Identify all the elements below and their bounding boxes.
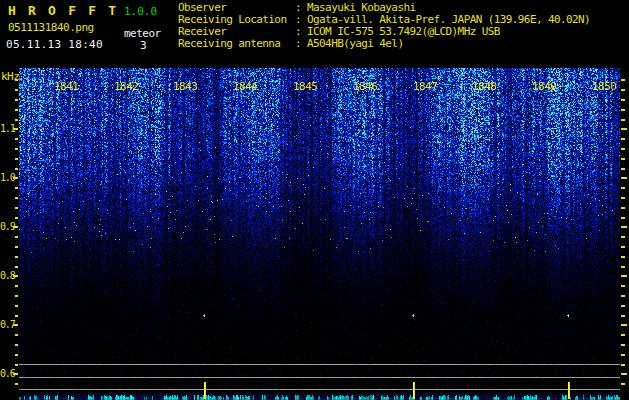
freq-axis-label: 1.1 bbox=[0, 123, 14, 134]
datetime-label: 05.11.13 18:40 bbox=[6, 38, 103, 51]
freq-tick-left bbox=[15, 187, 18, 189]
freq-tick-right bbox=[621, 354, 625, 356]
freq-tick-left bbox=[15, 119, 18, 121]
freq-tick-left bbox=[15, 295, 18, 297]
freq-tick-left bbox=[15, 364, 18, 366]
freq-tick-left bbox=[15, 207, 18, 209]
freq-tick-right bbox=[621, 109, 625, 111]
freq-tick-right bbox=[621, 275, 627, 277]
freq-tick-right bbox=[621, 187, 625, 189]
freq-tick-right bbox=[621, 128, 627, 130]
freq-tick-right bbox=[621, 285, 625, 287]
freq-tick-right bbox=[621, 99, 625, 101]
freq-tick-left bbox=[15, 344, 18, 346]
freq-tick-left bbox=[15, 168, 18, 170]
freq-tick-right bbox=[621, 256, 625, 258]
freq-axis-label: 0.8 bbox=[0, 270, 14, 281]
freq-tick-right bbox=[621, 158, 625, 160]
time-label: 1845 bbox=[293, 80, 318, 93]
freq-tick-right bbox=[621, 177, 627, 179]
app-title: H R O F F T bbox=[8, 3, 118, 18]
time-label: 1848 bbox=[472, 80, 497, 93]
freq-tick-right bbox=[621, 168, 625, 170]
freq-tick-left bbox=[15, 315, 18, 317]
freq-tick-left bbox=[15, 334, 18, 336]
freq-axis-label: 0.6 bbox=[0, 368, 14, 379]
meteor-count: 3 bbox=[140, 39, 147, 52]
freq-tick-left bbox=[15, 79, 18, 81]
freq-tick-right bbox=[621, 79, 625, 81]
freq-tick-right bbox=[621, 266, 625, 268]
spectrogram-canvas bbox=[19, 68, 620, 400]
freq-tick-left bbox=[15, 99, 18, 101]
freq-tick-left bbox=[15, 197, 18, 199]
freq-tick-right bbox=[621, 246, 625, 248]
station-info-block: Observer: Masayuki KobayashiReceiving Lo… bbox=[178, 2, 590, 50]
freq-tick-right bbox=[621, 226, 627, 228]
freq-tick-left bbox=[15, 285, 18, 287]
info-row: Receiving antenna: A504HB(yagi 4el) bbox=[178, 38, 590, 50]
freq-tick-right bbox=[621, 295, 625, 297]
freq-tick-left bbox=[15, 217, 18, 219]
freq-tick-left bbox=[15, 383, 18, 385]
time-label: 1842 bbox=[114, 80, 139, 93]
output-filename: 0511131840.png bbox=[8, 21, 94, 34]
freq-tick-right bbox=[621, 138, 625, 140]
freq-tick-right bbox=[621, 148, 625, 150]
freq-tick-right bbox=[621, 89, 625, 91]
freq-tick-right bbox=[621, 119, 625, 121]
freq-tick-left bbox=[15, 109, 18, 111]
freq-axis-label: 0.9 bbox=[0, 221, 14, 232]
time-label: 1850 bbox=[592, 80, 617, 93]
freq-tick-left bbox=[15, 138, 18, 140]
freq-tick-right bbox=[621, 373, 627, 375]
freq-tick-left bbox=[15, 148, 18, 150]
freq-tick-right bbox=[621, 197, 625, 199]
time-label: 1847 bbox=[413, 80, 438, 93]
freq-tick-left bbox=[15, 158, 18, 160]
freq-tick-right bbox=[621, 383, 625, 385]
time-label: 1844 bbox=[233, 80, 258, 93]
time-label: 1843 bbox=[173, 80, 198, 93]
freq-tick-right bbox=[621, 324, 627, 326]
freq-tick-right bbox=[621, 334, 625, 336]
freq-tick-left bbox=[15, 266, 18, 268]
freq-tick-right bbox=[621, 217, 625, 219]
info-row-value: A504HB(yagi 4el) bbox=[307, 37, 403, 50]
time-label: 1841 bbox=[54, 80, 79, 93]
freq-tick-right bbox=[621, 236, 625, 238]
freq-axis-label: 1.0 bbox=[0, 172, 14, 183]
freq-tick-right bbox=[621, 305, 625, 307]
freq-tick-right bbox=[621, 315, 625, 317]
freq-tick-right bbox=[621, 207, 625, 209]
hrofft-screenshot: { "header": { "app_title": "H R O F F T"… bbox=[0, 0, 629, 400]
freq-tick-left bbox=[15, 89, 18, 91]
time-label: 1846 bbox=[353, 80, 378, 93]
freq-tick-left bbox=[15, 256, 18, 258]
freq-tick-left bbox=[15, 246, 18, 248]
freq-tick-right bbox=[621, 344, 625, 346]
freq-tick-left bbox=[15, 305, 18, 307]
app-version: 1.0.0 bbox=[124, 5, 157, 18]
time-label: 1849 bbox=[532, 80, 557, 93]
freq-axis-label: 0.7 bbox=[0, 319, 14, 330]
freq-tick-right bbox=[621, 364, 625, 366]
freq-tick-left bbox=[15, 236, 18, 238]
freq-tick-left bbox=[15, 354, 18, 356]
info-row-colon: : bbox=[295, 37, 307, 50]
info-row-label: Receiving antenna bbox=[178, 38, 295, 50]
